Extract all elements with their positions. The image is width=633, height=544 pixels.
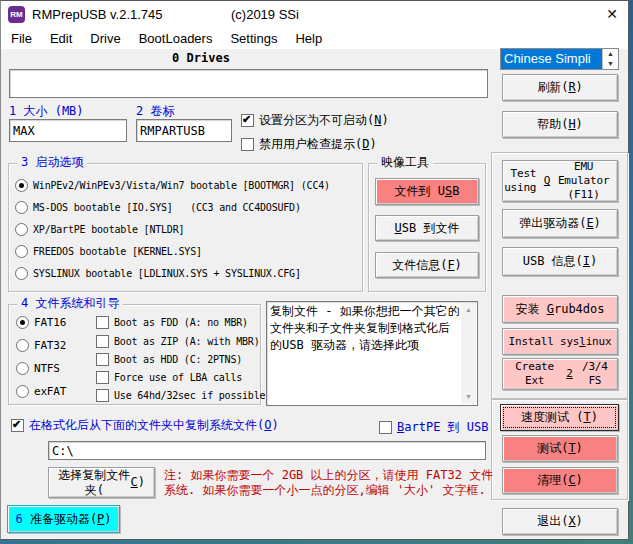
checkbox-icon (96, 316, 109, 329)
app-window: RM RMPrepUSB v.2.1.745 (c)2019 SSi ✕ Fil… (0, 0, 629, 540)
eject-drive-button[interactable]: 弹出驱动器(E) (502, 209, 618, 238)
volume-label: 2 卷标 (136, 103, 174, 120)
flag-64hd-32sec[interactable]: Use 64hd/32sec if possible (96, 389, 265, 402)
checkbox-icon (96, 335, 109, 348)
menu-bar: File Edit Drive BootLoaders Settings Hel… (1, 28, 628, 49)
scroll-up-icon[interactable]: ▲ (461, 303, 476, 317)
radio-icon (15, 223, 28, 236)
file-info-button[interactable]: 文件信息(F) (375, 252, 479, 278)
app-icon[interactable]: RM (8, 6, 25, 23)
menu-drive[interactable]: Drive (81, 28, 129, 49)
boot-option-label: FREEDOS bootable [KERNEL.SYS] (33, 246, 202, 257)
boot-option-syslinux[interactable]: SYSLINUX bootable [LDLINUX.SYS + SYSLINU… (15, 267, 301, 280)
fs-option-exfat[interactable]: exFAT (16, 385, 66, 398)
flag-label: Use 64hd/32sec if possible (114, 390, 265, 401)
partition-note: 注: 如果你需要一个 2GB 以上的分区，请使用 FAT32 文件系统. 如果你… (164, 468, 496, 498)
help-button[interactable]: 帮助(H) (502, 111, 618, 138)
radio-icon (16, 362, 29, 375)
fs-option-fat32[interactable]: FAT32 (16, 339, 66, 352)
scroll-down-icon[interactable]: ▼ (461, 390, 476, 404)
prepare-drive-button[interactable]: 6 准备驱动器(P) (7, 505, 120, 533)
checkbox-icon (379, 421, 392, 434)
menu-help[interactable]: Help (286, 28, 331, 49)
radio-icon (15, 245, 28, 258)
flag-label: Boot as HDD (C: 2PTNS) (114, 354, 242, 365)
boot-option-label: MS-DOS bootable [IO.SYS] (CC3 and CC4DOS… (33, 202, 301, 213)
usb-info-button[interactable]: USB 信息(I) (502, 247, 618, 276)
checkbox-icon (96, 371, 109, 384)
test-button[interactable]: 测试(T) (502, 435, 618, 462)
flag-force-lba[interactable]: Force use of LBA calls (96, 371, 242, 384)
boot-option-label: WinPEv2/WinPEv3/Vista/Win7 bootable [BOO… (33, 180, 330, 191)
checkbox-set-non-bootable[interactable]: 设置分区为不可启动(N) (241, 112, 389, 129)
flag-label: Force use of LBA calls (114, 372, 242, 383)
speed-test-button[interactable]: 速度测试 (T) (500, 404, 619, 431)
create-ext-fs-button[interactable]: Create Ext2/3/4 FS (502, 358, 618, 390)
image-tools-title: 映像工具 (377, 156, 433, 169)
window-title: RMPrepUSB v.2.1.745 (32, 7, 163, 22)
fs-option-label: FAT32 (34, 339, 66, 352)
install-syslinux-button[interactable]: Install syslinux (502, 328, 618, 355)
language-spinner-up-icon[interactable]: ▲ (603, 49, 618, 59)
info-scrollbar[interactable]: ▲ ▼ (461, 303, 476, 404)
radio-icon (15, 267, 28, 280)
info-panel: 复制文件 - 如果你想把一个其它的文件夹和子文件夹复制到格式化后的USB 驱动器… (266, 301, 478, 406)
size-input[interactable] (9, 119, 127, 142)
boot-options-title: 3 启动选项 (17, 156, 87, 169)
refresh-button[interactable]: 刷新(R) (502, 74, 618, 101)
language-spinner-down-icon[interactable]: ▼ (603, 59, 618, 69)
flag-boot-as-fdd[interactable]: Boot as FDD (A: no MBR) (96, 316, 248, 329)
copy-path-input[interactable] (48, 441, 486, 460)
checkbox-label: 在格式化后从下面的文件夹中复制系统文件(O) (29, 417, 279, 434)
checkbox-bartpe-to-usb[interactable]: BartPE 到 USB (379, 419, 488, 436)
size-label: 1 大小 (MB) (9, 103, 84, 120)
fs-option-ntfs[interactable]: NTFS (16, 362, 60, 375)
prepare-label: 准备驱动器(P) (23, 512, 112, 527)
qemu-test-button[interactable]: Test using QEMU Emulator (F11) (502, 160, 618, 202)
fs-option-fat16[interactable]: FAT16 (16, 316, 66, 329)
radio-icon (16, 316, 29, 329)
exit-button[interactable]: 退出(X) (502, 508, 618, 535)
prepare-step-number: 6 (15, 512, 22, 527)
checkbox-label: 禁用用户检查提示(D) (259, 136, 377, 153)
checkbox-icon (241, 138, 254, 151)
usb-to-file-button[interactable]: USB 到文件 (375, 215, 479, 241)
boot-option-freedos[interactable]: FREEDOS bootable [KERNEL.SYS] (15, 245, 202, 258)
close-icon[interactable]: ✕ (599, 1, 625, 28)
radio-icon (15, 179, 28, 192)
fs-option-label: exFAT (34, 385, 66, 398)
filesystem-title: 4 文件系统和引导 (17, 297, 123, 310)
volume-input[interactable] (136, 119, 232, 142)
choose-folder-button[interactable]: 选择复制文件夹(C) (48, 467, 155, 498)
checkbox-icon (96, 389, 109, 402)
boot-option-label: XP/BartPE bootable [NTLDR] (33, 224, 184, 235)
checkbox-icon (241, 114, 254, 127)
menu-settings[interactable]: Settings (221, 28, 286, 49)
checkbox-label: BartPE 到 USB (397, 419, 488, 436)
info-panel-text: 复制文件 - 如果你想把一个其它的文件夹和子文件夹复制到格式化后的USB 驱动器… (270, 303, 460, 354)
language-spinner: ▲ ▼ (602, 49, 618, 69)
fs-option-label: NTFS (34, 362, 60, 375)
radio-icon (16, 339, 29, 352)
radio-icon (16, 385, 29, 398)
menu-edit[interactable]: Edit (41, 28, 81, 49)
checkbox-icon (11, 419, 24, 432)
menu-file[interactable]: File (2, 28, 41, 49)
boot-option-xp-bartpe[interactable]: XP/BartPE bootable [NTLDR] (15, 223, 184, 236)
radio-icon (15, 201, 28, 214)
checkbox-copy-files[interactable]: 在格式化后从下面的文件夹中复制系统文件(O) (11, 417, 279, 434)
menu-bootloaders[interactable]: BootLoaders (130, 28, 222, 49)
file-to-usb-button[interactable]: 文件到 USB (375, 178, 479, 205)
flag-boot-as-hdd[interactable]: Boot as HDD (C: 2PTNS) (96, 353, 242, 366)
clean-button[interactable]: 清理(C) (502, 467, 618, 494)
boot-option-winpe[interactable]: WinPEv2/WinPEv3/Vista/Win7 bootable [BOO… (15, 179, 330, 192)
checkbox-no-user-prompts[interactable]: 禁用用户检查提示(D) (241, 136, 377, 153)
copyright-text: (c)2019 SSi (231, 7, 299, 22)
boot-option-msdos[interactable]: MS-DOS bootable [IO.SYS] (CC3 and CC4DOS… (15, 201, 301, 214)
install-grub4dos-button[interactable]: 安装 Grub4dos (502, 295, 618, 323)
checkbox-label: 设置分区为不可启动(N) (259, 112, 389, 129)
language-combo[interactable]: Chinese Simpli ▲ ▼ (500, 48, 619, 70)
flag-boot-as-zip[interactable]: Boot as ZIP (A: with MBR) (96, 335, 260, 348)
drive-count-label: 0 Drives (1, 51, 401, 65)
drive-listbox[interactable] (9, 69, 488, 98)
